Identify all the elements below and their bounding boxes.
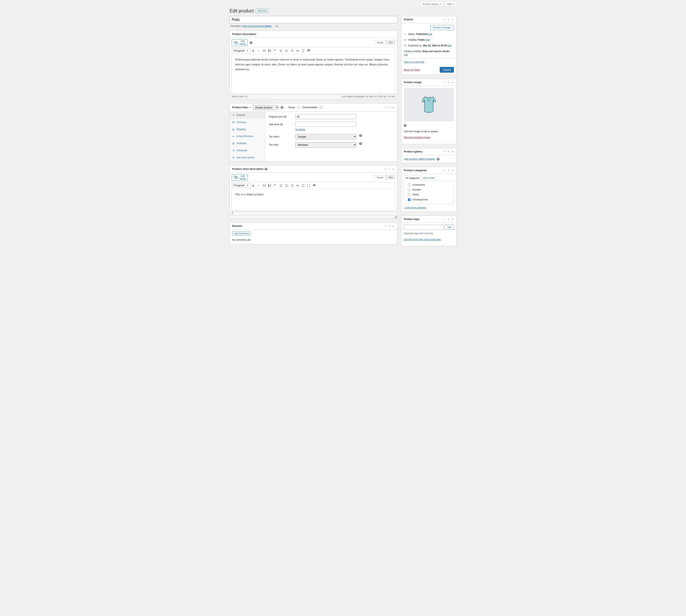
pd-tab-linked[interactable]: Linked Products [230,133,265,140]
paragraph-select[interactable]: Paragraph▼ [233,49,250,53]
panel-down-icon[interactable] [388,106,391,109]
resize-handle[interactable] [230,215,397,218]
category-item[interactable]: Uncategorized [407,197,451,202]
editor-tab-visual-short[interactable]: Visual [374,175,386,180]
add-media-button-short[interactable]: Add Media [232,174,248,181]
italic-icon[interactable]: I [256,48,261,53]
preview-changes-button[interactable]: Preview Changes [430,25,454,30]
screen-options-button[interactable]: Screen Options▼ [420,2,444,6]
tax-status-select[interactable]: Taxable [295,134,357,139]
copy-draft-link[interactable]: Copy to a new draft [404,60,424,64]
italic-icon[interactable]: I [256,183,261,188]
panel-down-icon[interactable] [447,169,450,172]
pd-tab-inventory[interactable]: Inventory [230,119,265,126]
downloadable-checkbox[interactable] [320,106,322,109]
panel-down-icon[interactable] [447,150,450,153]
status-edit-link[interactable]: Edit [428,33,432,36]
add-media-button[interactable]: Add Media [232,39,248,46]
help-icon[interactable]: ? [437,158,439,160]
help-button[interactable]: Help▼ [444,2,456,6]
permalink-edit-button[interactable]: Edit [274,24,280,28]
add-new-button[interactable]: Add New [256,9,269,13]
bullet-list-icon[interactable] [262,48,267,53]
help-icon[interactable]: ? [281,106,283,109]
align-center-icon[interactable] [284,48,289,53]
panel-down-icon[interactable] [388,168,391,170]
add-gallery-link[interactable]: Add product gallery images [404,157,435,160]
help-icon[interactable]: ? [404,124,407,127]
blockquote-icon[interactable]: ❝ [273,48,278,53]
help-icon[interactable]: ? [250,41,252,44]
panel-up-icon[interactable] [443,18,446,21]
permalink-link[interactable]: https://woo.tst/product/polo/ [242,25,272,27]
category-checkbox[interactable] [408,189,411,191]
panel-up-icon[interactable] [443,169,446,172]
fullscreen-icon[interactable] [306,183,311,188]
readmore-icon[interactable] [301,183,306,188]
editor-tab-visual[interactable]: Visual [374,40,386,45]
editor-content[interactable]: Pellentesque habitant morbi tristique se… [232,54,395,94]
readmore-icon[interactable] [301,48,306,53]
toolbar-toggle-icon[interactable] [306,48,311,53]
pd-tab-advanced[interactable]: Advanced [230,147,265,154]
align-left-icon[interactable] [278,48,283,53]
help-icon[interactable]: ? [359,142,362,145]
category-item[interactable]: Accessories [407,182,451,188]
add-tag-button[interactable]: Add [444,225,454,230]
panel-down-icon[interactable] [447,81,450,84]
panel-toggle-icon[interactable] [451,169,454,172]
number-list-icon[interactable]: 123 [268,183,273,188]
sale-price-input[interactable] [295,122,357,127]
panel-up-icon[interactable] [443,218,446,221]
panel-toggle-icon[interactable] [451,150,454,153]
bold-icon[interactable]: B [251,48,256,53]
virtual-checkbox[interactable] [297,106,300,109]
panel-down-icon[interactable] [447,18,450,21]
tag-input[interactable] [404,225,443,230]
align-center-icon[interactable] [284,183,289,188]
editor-tab-text[interactable]: Text [386,40,395,45]
regular-price-input[interactable] [295,114,357,119]
pd-tab-shipping[interactable]: Shipping [230,126,265,133]
product-title-input[interactable] [230,16,397,23]
number-list-icon[interactable]: 123 [268,48,273,53]
cat-tab-most[interactable]: Most Used [421,176,436,181]
link-icon[interactable] [295,48,300,53]
panel-toggle-icon[interactable] [451,18,454,21]
panel-toggle-icon[interactable] [392,225,395,227]
remove-image-link[interactable]: Remove product image [404,136,430,139]
choose-tags-link[interactable]: Choose from the most used tags [404,238,441,241]
pd-tab-more[interactable]: Get more options [230,154,265,161]
help-icon[interactable]: ? [359,134,362,137]
toolbar-toggle-icon[interactable] [312,183,317,188]
editor-tab-text-short[interactable]: Text [386,175,395,180]
visibility-edit-link[interactable]: Edit [426,39,430,41]
pd-tab-attributes[interactable]: Attributes [230,140,265,147]
add-comment-button[interactable]: Add Comment [232,232,251,236]
product-type-select[interactable]: Simple product [253,105,279,110]
paragraph-select-short[interactable]: Paragraph▼ [233,183,250,188]
panel-toggle-icon[interactable] [392,106,395,109]
panel-up-icon[interactable] [384,225,387,227]
category-checkbox[interactable] [408,183,411,186]
panel-up-icon[interactable] [384,106,387,109]
bold-icon[interactable]: B [251,183,256,188]
panel-down-icon[interactable] [447,218,450,221]
align-left-icon[interactable] [278,183,283,188]
link-icon[interactable] [295,183,300,188]
align-right-icon[interactable] [290,48,295,53]
move-trash-link[interactable]: Move to Trash [404,68,420,72]
align-right-icon[interactable] [290,183,295,188]
panel-down-icon[interactable] [388,225,391,227]
help-icon[interactable]: ? [265,168,268,170]
panel-up-icon[interactable] [443,81,446,84]
panel-up-icon[interactable] [443,150,446,153]
update-button[interactable]: Update [440,67,454,73]
panel-toggle-icon[interactable] [451,218,454,221]
catalog-edit-link[interactable]: Edit [404,53,408,56]
category-checkbox[interactable] [408,198,411,201]
tax-class-select[interactable]: Standard [295,142,357,148]
product-image[interactable] [404,88,454,122]
cat-tab-all[interactable]: All categories [404,176,421,181]
add-new-category-link[interactable]: + Add new category [404,206,427,209]
